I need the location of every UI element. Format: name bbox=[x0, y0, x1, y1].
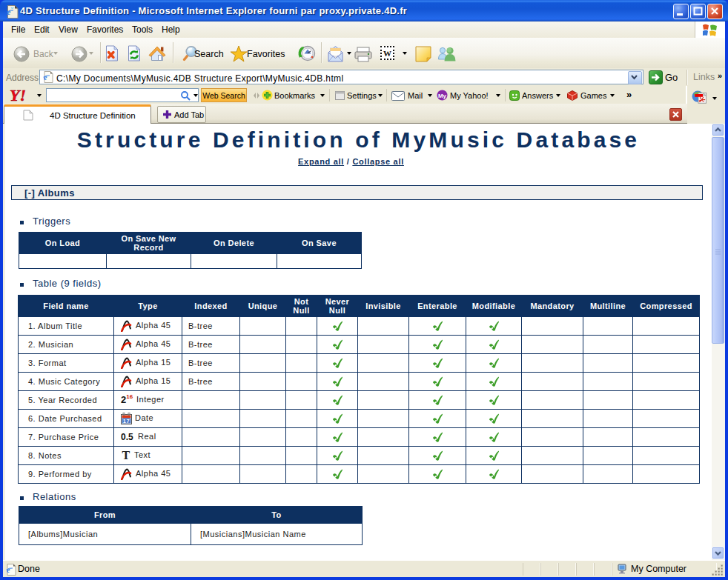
svg-text:Y!: Y! bbox=[10, 88, 26, 103]
svg-text:W: W bbox=[383, 49, 391, 58]
svg-text:e: e bbox=[7, 566, 10, 574]
svg-text:My: My bbox=[438, 93, 447, 99]
svg-text:e: e bbox=[44, 73, 47, 81]
